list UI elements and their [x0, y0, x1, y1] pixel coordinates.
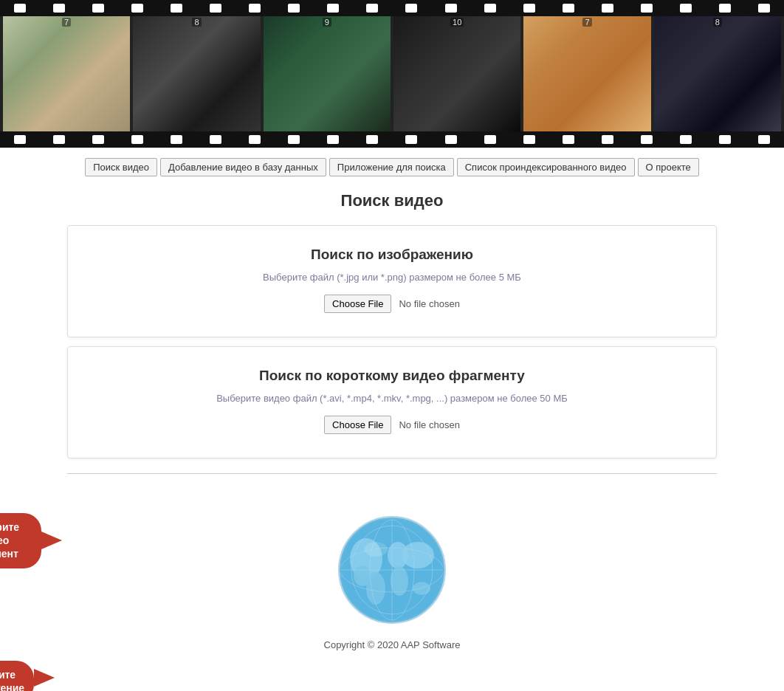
copyright-text: Copyright © 2020 AAP Software	[67, 639, 717, 650]
frame-6: 8	[654, 16, 781, 131]
video-file-input-row: Choose File No file chosen	[97, 416, 687, 434]
perf	[523, 135, 535, 144]
nav-btn-search-video[interactable]: Поиск видео	[85, 158, 157, 176]
video-search-description: Выберите видео файл (*.avi, *.mp4, *.mkv…	[97, 393, 687, 404]
perf	[641, 4, 653, 13]
frame-number: 8	[192, 18, 201, 27]
svg-point-4	[366, 572, 385, 605]
nav-btn-add-video[interactable]: Добавление видео в базу данных	[160, 158, 326, 176]
nav-btn-about[interactable]: О проекте	[638, 158, 699, 176]
perf	[758, 4, 770, 13]
perf	[53, 4, 65, 13]
perf	[131, 4, 143, 13]
globe-section: Copyright © 2020 AAP Software	[67, 489, 717, 665]
perf	[405, 4, 417, 13]
frame-number: 7	[582, 18, 591, 27]
section-divider	[67, 473, 717, 474]
video-search-card: Поиск по короткому видео фрагменту Выбер…	[67, 346, 717, 458]
perf	[327, 4, 339, 13]
perf	[288, 4, 300, 13]
frame-4: 10	[393, 16, 520, 131]
perf	[53, 135, 65, 144]
frame-number: 7	[62, 18, 71, 27]
perf	[92, 135, 104, 144]
frame-1: 7	[3, 16, 130, 131]
frame-number: 9	[323, 18, 331, 27]
perf	[14, 135, 26, 144]
perf	[327, 135, 339, 144]
perf	[602, 135, 613, 144]
video-search-title: Поиск по короткому видео фрагменту	[97, 368, 687, 384]
image-search-card: Поиск по изображению Выберите файл (*.jp…	[67, 225, 717, 337]
filmstrip-perfs-bottom	[0, 131, 784, 148]
nav-btn-search-app[interactable]: Приложение для поиска	[329, 158, 454, 176]
image-file-input-row: Choose File No file chosen	[97, 295, 687, 313]
perf	[641, 135, 653, 144]
image-annotation-bubble: Выберите изображение	[0, 661, 34, 691]
perf	[445, 135, 457, 144]
video-choose-file-button[interactable]: Choose File	[324, 416, 391, 434]
perf	[445, 4, 457, 13]
frame-5: 7	[523, 16, 650, 131]
perf	[288, 135, 300, 144]
svg-point-7	[402, 542, 434, 568]
perf	[719, 4, 731, 13]
image-choose-file-button[interactable]: Choose File	[324, 295, 391, 313]
perf	[366, 4, 378, 13]
frame-number: 8	[713, 18, 722, 27]
frame-number: 10	[450, 18, 464, 27]
perf	[249, 4, 261, 13]
perf	[131, 135, 143, 144]
perf	[758, 135, 770, 144]
image-search-title: Поиск по изображению	[97, 247, 687, 263]
perf	[680, 4, 692, 13]
perf	[484, 4, 496, 13]
perf	[563, 4, 574, 13]
navigation: Поиск видео Добавление видео в базу данн…	[0, 148, 784, 184]
video-annotation-bubble: Выберите видео фрагмент	[0, 513, 41, 568]
perf	[484, 135, 496, 144]
image-no-file-text: No file chosen	[399, 298, 459, 309]
perf	[210, 135, 221, 144]
nav-btn-indexed-list[interactable]: Список проиндексированного видео	[457, 158, 635, 176]
perf	[366, 135, 378, 144]
perf	[171, 135, 182, 144]
perf	[249, 135, 261, 144]
perf	[92, 4, 104, 13]
frame-3: 9	[264, 16, 391, 131]
perf	[602, 4, 613, 13]
perf	[405, 135, 417, 144]
svg-point-15	[364, 542, 388, 557]
content-area: Выберите видео фрагмент Выберите изображ…	[67, 225, 717, 665]
perf	[719, 135, 731, 144]
perf	[210, 4, 221, 13]
globe-icon	[333, 511, 451, 629]
perf	[14, 4, 26, 13]
filmstrip: 7 8 9 10 7 8	[0, 0, 784, 148]
perf	[680, 135, 692, 144]
frame-2: 8	[133, 16, 260, 131]
image-search-description: Выберите файл (*.jpg или *.png) размером…	[97, 272, 687, 283]
page-title: Поиск видео	[0, 191, 784, 210]
filmstrip-perfs-top	[0, 0, 784, 16]
filmstrip-frames: 7 8 9 10 7 8	[0, 16, 784, 131]
perf	[523, 4, 535, 13]
perf	[171, 4, 182, 13]
video-no-file-text: No file chosen	[399, 419, 459, 430]
perf	[563, 135, 574, 144]
